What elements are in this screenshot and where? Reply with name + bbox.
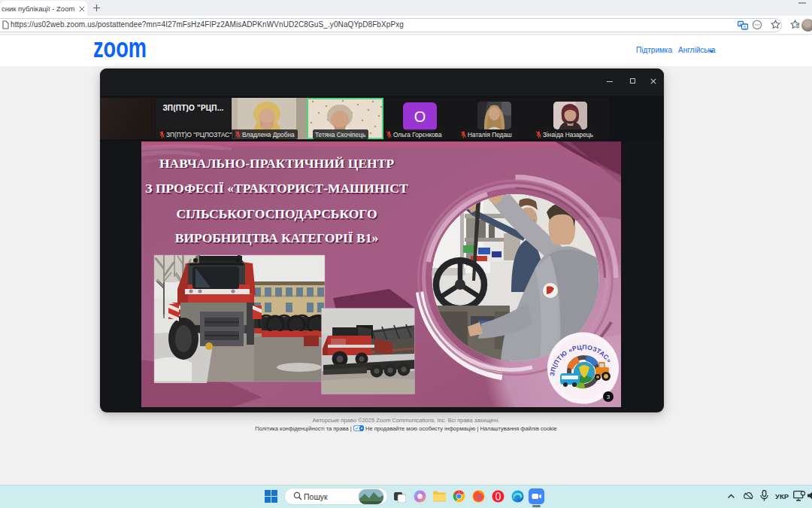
svg-text:a: a (739, 22, 741, 26)
svg-text:3: 3 (607, 394, 611, 400)
svg-text:б: б (744, 25, 746, 29)
svg-text:НАВЧАЛЬНО-ПРАКТИЧНИЙ ЦЕНТР: НАВЧАЛЬНО-ПРАКТИЧНИЙ ЦЕНТР (159, 156, 394, 171)
svg-text:zoom: zoom (93, 36, 147, 62)
svg-text:ВИРОБНИЦТВА КАТЕГОРІЇ В1»: ВИРОБНИЦТВА КАТЕГОРІЇ В1» (175, 230, 378, 245)
svg-text:З ПРОФЕСІЇ «ТРАКТОРИСТ-МАШИНІ: З ПРОФЕСІЇ «ТРАКТОРИСТ-МАШИНІСТ (145, 181, 408, 196)
svg-text:СІЛЬСЬКОГОСПОДАРСЬКОГО: СІЛЬСЬКОГОСПОДАРСЬКОГО (176, 206, 377, 221)
